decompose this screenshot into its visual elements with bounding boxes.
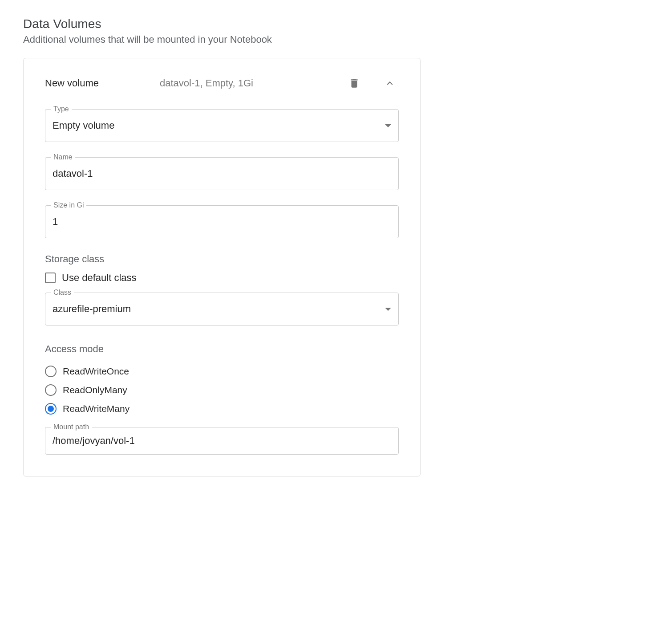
type-select[interactable]: Type Empty volume [45, 109, 399, 142]
chevron-up-icon [384, 77, 396, 89]
type-value: Empty volume [53, 120, 385, 131]
dropdown-arrow-icon [385, 308, 391, 311]
size-field[interactable]: Size in Gi [45, 205, 399, 238]
radio-label: ReadWriteOnce [63, 366, 129, 377]
type-label: Type [51, 105, 72, 113]
volume-card-title: New volume [45, 77, 160, 89]
collapse-button[interactable] [381, 74, 399, 92]
name-field[interactable]: Name [45, 157, 399, 190]
use-default-class-label: Use default class [62, 272, 137, 284]
class-value: azurefile-premium [53, 303, 385, 315]
access-mode-label: Access mode [45, 343, 399, 355]
section-subtitle: Additional volumes that will be mounted … [23, 34, 649, 45]
access-mode-option-readonlymany[interactable]: ReadOnlyMany [45, 381, 399, 399]
radio-label: ReadOnlyMany [63, 385, 127, 395]
volume-card: New volume datavol-1, Empty, 1Gi Type Em… [23, 58, 421, 476]
radio-label: ReadWriteMany [63, 403, 130, 414]
mount-path-input[interactable] [53, 435, 391, 447]
delete-button[interactable] [345, 74, 363, 92]
section-title: Data Volumes [23, 17, 649, 31]
storage-class-label: Storage class [45, 253, 399, 265]
access-mode-radio-group: ReadWriteOnce ReadOnlyMany ReadWriteMany [45, 362, 399, 418]
mount-path-field[interactable]: Mount path [45, 427, 399, 455]
radio-icon [45, 384, 57, 396]
volume-card-summary: datavol-1, Empty, 1Gi [160, 77, 345, 89]
class-field-label: Class [51, 289, 74, 297]
radio-icon [45, 366, 57, 377]
dropdown-arrow-icon [385, 124, 391, 127]
volume-card-header: New volume datavol-1, Empty, 1Gi [45, 74, 399, 92]
class-select[interactable]: Class azurefile-premium [45, 293, 399, 326]
access-mode-option-readwritemany[interactable]: ReadWriteMany [45, 399, 399, 418]
use-default-class-checkbox[interactable]: Use default class [45, 272, 399, 284]
name-label: Name [51, 153, 75, 161]
section-header: Data Volumes Additional volumes that wil… [23, 17, 649, 45]
access-mode-option-readwriteonce[interactable]: ReadWriteOnce [45, 362, 399, 381]
mount-path-label: Mount path [51, 423, 92, 431]
checkbox-icon [45, 273, 56, 283]
name-input[interactable] [53, 168, 391, 179]
trash-icon [348, 77, 360, 89]
size-input[interactable] [53, 216, 391, 228]
size-label: Size in Gi [51, 201, 86, 209]
radio-icon [45, 403, 57, 415]
